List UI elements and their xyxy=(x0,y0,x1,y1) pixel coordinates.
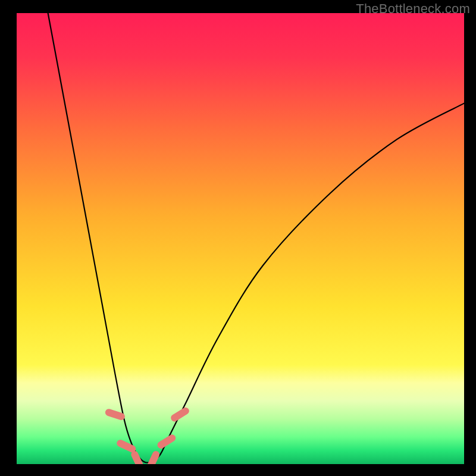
chart-svg xyxy=(17,13,464,464)
chart-frame xyxy=(17,13,464,464)
bottleneck-curve xyxy=(48,13,464,463)
plot-area xyxy=(17,13,464,464)
watermark-text: TheBottleneck.com xyxy=(356,1,470,17)
curve-markers xyxy=(104,406,190,464)
curve-marker xyxy=(170,406,190,423)
curve-marker xyxy=(156,433,177,450)
